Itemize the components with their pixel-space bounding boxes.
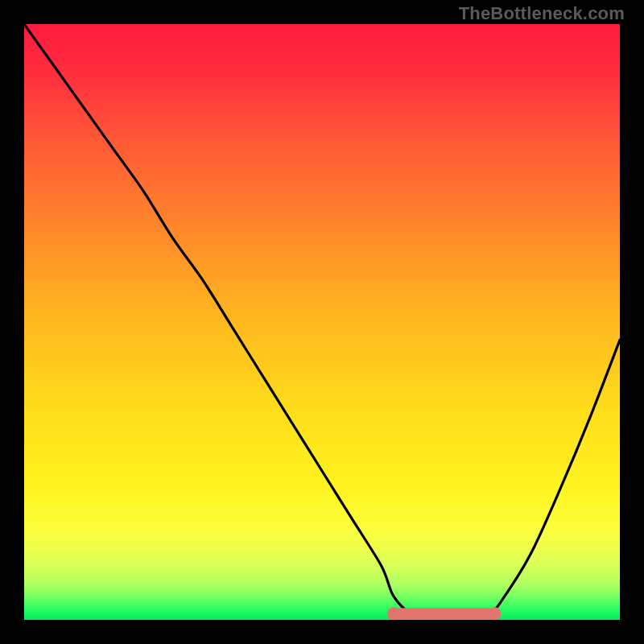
bottleneck-curve bbox=[24, 24, 620, 617]
flat-region-dot-right bbox=[489, 607, 502, 620]
chart-frame: TheBottleneck.com bbox=[0, 0, 644, 644]
watermark-text: TheBottleneck.com bbox=[459, 3, 625, 24]
flat-region-dot-left bbox=[387, 607, 400, 620]
curve-layer bbox=[24, 24, 620, 620]
plot-area bbox=[24, 24, 620, 620]
